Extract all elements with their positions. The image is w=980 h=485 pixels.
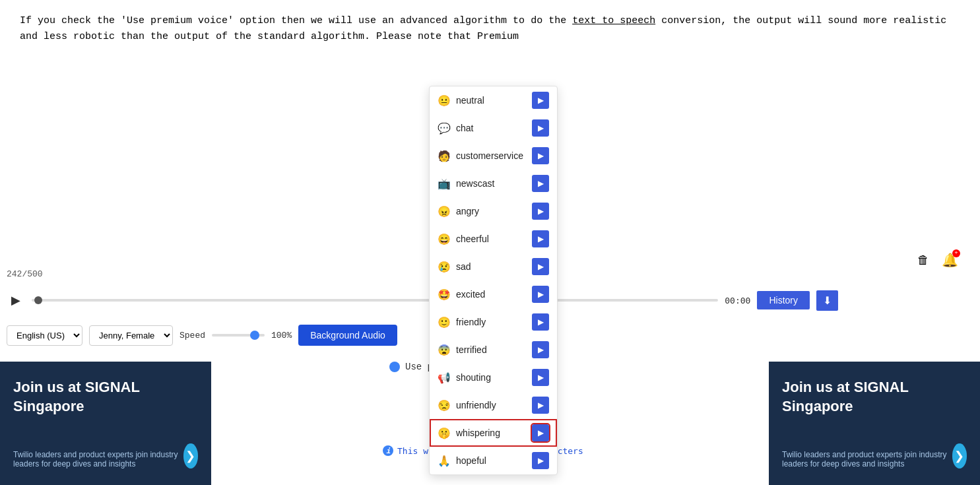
trash-icon[interactable]: 🗑: [913, 249, 934, 271]
top-text-area: If you check the 'Use premium voice' opt…: [0, 0, 980, 51]
shouting-icon: 📢: [438, 372, 451, 384]
speed-thumb[interactable]: [250, 331, 259, 340]
shouting-label: shouting: [456, 372, 491, 383]
dropdown-item-shouting[interactable]: 📢shouting▶: [430, 364, 557, 391]
newscast-play-button[interactable]: ▶: [532, 175, 549, 192]
dropdown-item-chat[interactable]: 💬chat▶: [430, 114, 557, 142]
customerservice-icon: 🧑: [438, 150, 451, 162]
speed-slider[interactable]: [212, 334, 265, 337]
dropdown-item-cheerful[interactable]: 😄cheerful▶: [430, 225, 557, 253]
hopeful-play-button[interactable]: ▶: [532, 452, 549, 469]
hopeful-label: hopeful: [456, 455, 486, 466]
newscast-icon: 📺: [438, 178, 451, 190]
dropdown-item-neutral[interactable]: 😐neutral▶: [430, 86, 557, 114]
voice-select[interactable]: Jenny, Female: [89, 325, 173, 346]
dropdown-item-whispering[interactable]: 🤫whispering▶: [430, 419, 557, 447]
hopeful-icon: 🙏: [438, 455, 451, 467]
sad-icon: 😢: [438, 261, 451, 273]
download-button[interactable]: ⬇: [816, 290, 838, 311]
banner-left-arrow[interactable]: ❯: [183, 443, 198, 469]
speed-label: Speed: [180, 331, 205, 340]
banner-right-title: Join us at SIGNAL Singapore: [782, 378, 967, 416]
excited-icon: 🤩: [438, 288, 451, 301]
dropdown-item-friendly[interactable]: 🙂friendly▶: [430, 308, 557, 336]
chat-play-button[interactable]: ▶: [532, 119, 549, 137]
dropdown-item-left-friendly: 🙂friendly: [438, 316, 486, 329]
time-display: 00:00: [725, 296, 750, 306]
info-icon: i: [383, 445, 393, 456]
angry-icon: 😠: [438, 205, 451, 218]
angry-label: angry: [456, 206, 479, 216]
notification-icon[interactable]: 🔔 +: [939, 249, 960, 271]
dropdown-item-sad[interactable]: 😢sad▶: [430, 253, 557, 280]
top-right-icons: 🗑 🔔 +: [913, 249, 960, 271]
dropdown-item-hopeful[interactable]: 🙏hopeful▶: [430, 447, 557, 474]
dropdown-item-left-neutral: 😐neutral: [438, 94, 484, 107]
unfriendly-icon: 😒: [438, 399, 451, 412]
terrified-icon: 😨: [438, 344, 451, 356]
customerservice-play-button[interactable]: ▶: [532, 147, 549, 164]
dropdown-item-left-customerservice: 🧑customerservice: [438, 150, 523, 162]
tts-link[interactable]: text to speech: [572, 15, 655, 26]
terrified-play-button[interactable]: ▶: [532, 341, 549, 358]
dropdown-item-angry[interactable]: 😠angry▶: [430, 197, 557, 225]
sad-label: sad: [456, 261, 471, 272]
whispering-play-button[interactable]: ▶: [532, 424, 549, 441]
controls-row: English (US) Jenny, Female Speed 100% Ba…: [0, 325, 792, 346]
unfriendly-label: unfriendly: [456, 400, 496, 410]
chat-label: chat: [456, 123, 473, 133]
banner-right-bottom: Twilio leaders and product experts join …: [782, 443, 967, 469]
shouting-play-button[interactable]: ▶: [532, 369, 549, 386]
dropdown-item-left-terrified: 😨terrified: [438, 344, 487, 356]
unfriendly-play-button[interactable]: ▶: [532, 397, 549, 414]
sad-play-button[interactable]: ▶: [532, 258, 549, 275]
excited-play-button[interactable]: ▶: [532, 286, 549, 303]
speed-value: 100%: [271, 331, 292, 340]
friendly-icon: 🙂: [438, 316, 451, 329]
whispering-icon: 🤫: [438, 427, 451, 439]
language-select[interactable]: English (US): [7, 325, 82, 346]
banner-right-arrow[interactable]: ❯: [952, 443, 967, 469]
banner-right: Join us at SIGNAL Singapore Twilio leade…: [769, 362, 980, 485]
play-button[interactable]: ▶: [7, 291, 25, 309]
customerservice-label: customerservice: [456, 150, 523, 161]
dropdown-item-excited[interactable]: 🤩excited▶: [430, 280, 557, 308]
history-button[interactable]: History: [757, 291, 810, 309]
character-counter: 242/500: [0, 269, 49, 279]
banner-right-sub: Twilio leaders and product experts join …: [782, 450, 952, 469]
dropdown-item-newscast[interactable]: 📺newscast▶: [430, 170, 557, 197]
page-wrapper: If you check the 'Use premium voice' opt…: [0, 0, 980, 485]
neutral-label: neutral: [456, 95, 484, 106]
cheerful-play-button[interactable]: ▶: [532, 230, 549, 247]
banner-left: Join us at SIGNAL Singapore Twilio leade…: [0, 362, 211, 485]
dropdown-item-left-chat: 💬chat: [438, 122, 473, 135]
terrified-label: terrified: [456, 344, 487, 355]
top-text-content: If you check the 'Use premium voice' opt…: [20, 15, 946, 42]
excited-label: excited: [456, 289, 485, 300]
dropdown-item-terrified[interactable]: 😨terrified▶: [430, 336, 557, 364]
background-audio-button[interactable]: Background Audio: [298, 325, 397, 346]
neutral-play-button[interactable]: ▶: [532, 92, 549, 109]
counter-value: 242/500: [7, 269, 43, 279]
premium-dot-icon: [389, 362, 400, 372]
chat-icon: 💬: [438, 122, 451, 135]
dropdown-item-left-excited: 🤩excited: [438, 288, 485, 301]
friendly-play-button[interactable]: ▶: [532, 313, 549, 331]
dropdown-item-left-sad: 😢sad: [438, 261, 471, 273]
dropdown-item-customerservice[interactable]: 🧑customerservice▶: [430, 142, 557, 170]
progress-thumb[interactable]: [34, 296, 42, 304]
banner-left-title: Join us at SIGNAL Singapore: [13, 378, 198, 416]
cheerful-label: cheerful: [456, 234, 489, 244]
player-bar: ▶ 00:00 History ⬇: [0, 287, 845, 313]
dropdown-item-unfriendly[interactable]: 😒unfriendly▶: [430, 391, 557, 419]
cheerful-icon: 😄: [438, 233, 451, 245]
dropdown-item-left-shouting: 📢shouting: [438, 372, 491, 384]
progress-track[interactable]: [32, 299, 718, 302]
whispering-label: whispering: [456, 428, 500, 438]
dropdown-item-left-unfriendly: 😒unfriendly: [438, 399, 496, 412]
angry-play-button[interactable]: ▶: [532, 203, 549, 220]
banner-left-sub: Twilio leaders and product experts join …: [13, 450, 183, 469]
dropdown-item-left-cheerful: 😄cheerful: [438, 233, 489, 245]
newscast-label: newscast: [456, 178, 494, 189]
banner-left-bottom: Twilio leaders and product experts join …: [13, 443, 198, 469]
